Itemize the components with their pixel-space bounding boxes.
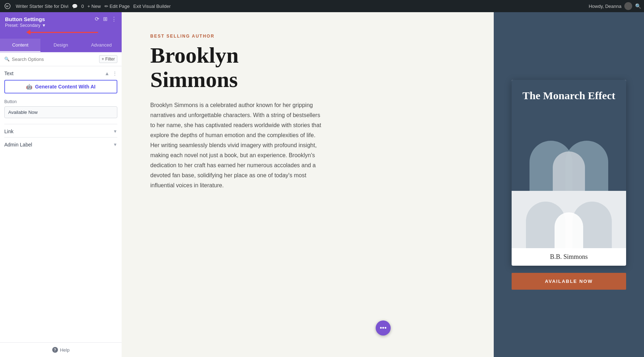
author-name: BrooklynSimmons <box>150 43 476 92</box>
generate-content-button[interactable]: 🤖 Generate Content With AI <box>4 80 117 93</box>
text-section-header: Text ▲ ⋮ <box>4 71 117 76</box>
fab-button[interactable]: ••• <box>376 320 391 336</box>
link-chevron-icon: ▼ <box>113 129 117 134</box>
search-icon[interactable]: 🔍 <box>635 3 641 9</box>
comment-icon: 💬 <box>72 4 78 9</box>
button-field-label: Button <box>4 99 117 104</box>
new-button[interactable]: + New <box>87 4 101 9</box>
tab-advanced[interactable]: Advanced <box>81 39 122 52</box>
search-icon-sm: 🔍 <box>4 57 10 62</box>
button-text-input[interactable] <box>4 106 117 118</box>
help-label: Help <box>60 347 70 353</box>
book-cover: The Monarch Effect <box>512 80 626 191</box>
admin-label-section: Admin Label ▼ <box>4 137 117 148</box>
dark-section: The Monarch Effect B.B. Simmons AVAILABL… <box>494 12 644 357</box>
link-title: Link <box>4 129 14 134</box>
site-name[interactable]: Writer Starter Site for Divi <box>16 4 68 9</box>
section-icons: ▲ ⋮ <box>104 71 117 76</box>
admin-label-header[interactable]: Admin Label ▼ <box>4 142 117 148</box>
tab-content[interactable]: Content <box>0 39 40 52</box>
panel-body: Text ▲ ⋮ 🤖 Generate Content With AI Butt… <box>0 66 122 342</box>
author-section: BEST SELLING AUTHOR BrooklynSimmons Broo… <box>122 12 494 357</box>
collapse-icon[interactable]: ▲ <box>104 71 109 76</box>
book-author-name: B.B. Simmons <box>512 248 626 266</box>
panel-tabs: Content Design Advanced <box>0 39 122 52</box>
admin-label-title: Admin Label <box>4 142 32 148</box>
exit-visual-builder-button[interactable]: Exit Visual Builder <box>133 4 171 9</box>
panel-title: Button Settings <box>5 16 45 22</box>
book-lower <box>512 191 626 248</box>
arrow-line <box>30 32 98 33</box>
best-selling-label: BEST SELLING AUTHOR <box>150 34 476 39</box>
fab-icon: ••• <box>380 324 387 332</box>
edit-page-button[interactable]: ✏ Edit Page <box>104 4 130 9</box>
red-arrow <box>26 29 98 35</box>
more-icon[interactable]: ⋮ <box>111 16 117 22</box>
admin-bar: W Writer Starter Site for Divi 💬 0 + New… <box>0 0 644 12</box>
panel-title-icons: ⟳ ⊞ ⋮ <box>95 16 117 22</box>
book-title: The Monarch Effect <box>522 88 615 102</box>
comment-count: 0 <box>81 4 84 9</box>
link-section-header[interactable]: Link ▼ <box>4 129 117 134</box>
svg-text:W: W <box>6 5 9 8</box>
filter-button[interactable]: + Filter <box>99 55 117 63</box>
admin-bar-left: W Writer Starter Site for Divi 💬 0 + New… <box>3 1 171 11</box>
admin-bar-right: Howdy, Deanna 🔍 <box>589 2 641 10</box>
avatar <box>624 2 632 10</box>
main-content: BEST SELLING AUTHOR BrooklynSimmons Broo… <box>122 12 644 357</box>
history-icon[interactable]: ⟳ <box>95 16 99 22</box>
more-options-icon[interactable]: ⋮ <box>112 71 117 76</box>
help-icon: ? <box>52 347 58 353</box>
red-arrow-container <box>5 29 117 36</box>
panel-title-row: Button Settings ⟳ ⊞ ⋮ <box>5 16 117 22</box>
link-section: Link ▼ <box>4 124 117 134</box>
shape-lower-center <box>555 212 583 248</box>
tab-design[interactable]: Design <box>40 39 81 52</box>
layout-icon[interactable]: ⊞ <box>103 16 108 22</box>
book-card: The Monarch Effect B.B. Simmons <box>512 80 626 266</box>
preset-label: Preset: Secondary ▼ <box>5 23 46 28</box>
arrow-head <box>26 30 30 35</box>
author-bio: Brooklyn Simmons is a celebrated author … <box>150 100 322 190</box>
search-input[interactable] <box>12 57 97 62</box>
wordpress-logo[interactable]: W <box>3 1 12 11</box>
left-panel: Button Settings ⟳ ⊞ ⋮ Preset: Secondary … <box>0 12 122 357</box>
text-section-title: Text <box>4 71 14 76</box>
panel-header: Button Settings ⟳ ⊞ ⋮ Preset: Secondary … <box>0 12 122 39</box>
shape-center-top <box>553 151 585 191</box>
ai-icon: 🤖 <box>26 84 32 90</box>
howdy-text: Howdy, Deanna <box>589 4 621 9</box>
help-section[interactable]: ? Help <box>0 342 122 357</box>
available-now-button[interactable]: AVAILABLE NOW <box>512 273 626 290</box>
button-field-section: Button <box>4 99 117 118</box>
panel-search: 🔍 + Filter <box>0 52 122 66</box>
admin-label-chevron-icon: ▼ <box>113 142 117 147</box>
